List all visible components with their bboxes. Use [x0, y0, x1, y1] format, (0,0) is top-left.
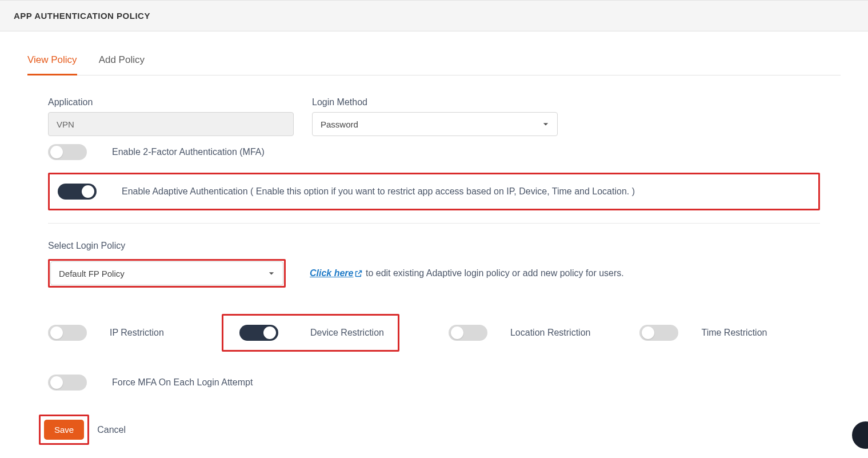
- time-restriction-toggle[interactable]: [639, 325, 678, 341]
- top-fields-row: Application Login Method Password: [48, 97, 820, 136]
- login-policy-select[interactable]: Default FP Policy: [50, 261, 283, 285]
- location-restriction-item: Location Restriction: [449, 325, 591, 341]
- adaptive-auth-highlight: Enable Adaptive Authentication ( Enable …: [48, 173, 820, 210]
- location-restriction-toggle[interactable]: [449, 325, 487, 341]
- action-buttons-row: Save Cancel: [39, 415, 820, 445]
- time-restriction-item: Time Restriction: [639, 325, 767, 341]
- tab-add-policy[interactable]: Add Policy: [99, 49, 145, 75]
- device-restriction-highlight: Device Restriction: [222, 314, 399, 352]
- force-mfa-toggle[interactable]: [48, 375, 87, 391]
- click-here-link-text: Click here: [310, 268, 353, 278]
- select-login-policy-label: Select Login Policy: [48, 241, 820, 251]
- location-restriction-label: Location Restriction: [510, 328, 591, 338]
- device-restriction-label: Device Restriction: [310, 328, 384, 338]
- adaptive-auth-toggle[interactable]: [58, 184, 97, 200]
- tabs: View Policy Add Policy: [27, 49, 841, 75]
- login-policy-help-text: Click here to edit existing Adaptive log…: [310, 268, 624, 278]
- login-policy-select-highlight: Default FP Policy: [48, 259, 286, 288]
- external-link-icon: [354, 269, 363, 278]
- login-method-select[interactable]: Password: [312, 112, 558, 136]
- click-here-tail: to edit existing Adaptive login policy o…: [366, 268, 624, 278]
- login-method-field-group: Login Method Password: [312, 97, 558, 136]
- tab-view-policy[interactable]: View Policy: [27, 49, 77, 75]
- mfa-toggle-label: Enable 2-Factor Authentication (MFA): [112, 147, 265, 157]
- content-area: View Policy Add Policy Application Login…: [0, 31, 868, 458]
- ip-restriction-label: IP Restriction: [110, 328, 173, 338]
- application-field-group: Application: [48, 97, 294, 136]
- mfa-toggle[interactable]: [48, 144, 87, 160]
- ip-restriction-item: IP Restriction: [48, 325, 173, 341]
- application-label: Application: [48, 97, 294, 107]
- force-mfa-label: Force MFA On Each Login Attempt: [112, 377, 253, 388]
- login-method-label: Login Method: [312, 97, 558, 107]
- restrictions-row: IP Restriction Device Restriction Locati…: [48, 314, 820, 352]
- adaptive-auth-label: Enable Adaptive Authentication ( Enable …: [122, 186, 635, 197]
- time-restriction-label: Time Restriction: [701, 328, 767, 338]
- save-button[interactable]: Save: [44, 420, 84, 440]
- page-header: APP AUTHENTICATION POLICY: [0, 0, 868, 31]
- force-mfa-row: Force MFA On Each Login Attempt: [48, 375, 820, 391]
- device-restriction-toggle[interactable]: [239, 325, 278, 341]
- cancel-button[interactable]: Cancel: [97, 425, 126, 435]
- divider: [48, 223, 820, 224]
- form-area: Application Login Method Password Enable…: [27, 75, 841, 445]
- click-here-link[interactable]: Click here: [310, 268, 363, 278]
- application-input[interactable]: [48, 112, 294, 136]
- ip-restriction-toggle[interactable]: [48, 325, 87, 341]
- save-button-highlight: Save: [39, 415, 89, 445]
- mfa-toggle-row: Enable 2-Factor Authentication (MFA): [48, 144, 820, 160]
- login-policy-row: Default FP Policy Click here to edit exi…: [48, 259, 820, 288]
- page-title: APP AUTHENTICATION POLICY: [14, 11, 854, 21]
